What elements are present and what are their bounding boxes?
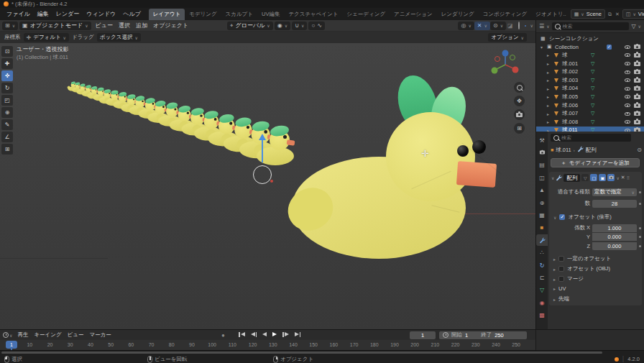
workspace-tab[interactable]: レイアウト [149,9,185,20]
shading-solid-button[interactable] [522,25,523,27]
viewport-menu-追加[interactable]: 追加 [133,22,150,29]
timeline-menu-マーカー[interactable]: マーカー [86,331,114,339]
frame-range-fields[interactable]: 開始 1 終了 250 [439,331,527,339]
overlays-dropdown[interactable]: ⊙∨ [490,22,506,30]
modifier-realtime-toggle[interactable]: ▣ [599,174,606,181]
workspace-tab[interactable]: テクスチャペイント [284,9,342,20]
move-gizmo-center[interactable] [253,165,272,184]
animate-dot[interactable] [639,227,641,229]
move-gizmo-z-axis[interactable] [262,140,263,162]
factor-y-field[interactable]: 0.000 [592,233,637,241]
outliner-row-球.006[interactable]: ▸球.006▽ [536,101,644,110]
move-tool-button[interactable]: ✜ [1,70,13,81]
timeline-ruler[interactable]: 1 10203040506070809010011012013014015016… [0,340,535,351]
breadcrumb-object[interactable]: 球.011 [556,147,571,154]
timeline-menu-キーイング[interactable]: キーイング [31,331,64,339]
proportional-edit-dropdown[interactable]: ○∿ [308,22,325,30]
breadcrumb-modifier[interactable]: 配列 [586,147,597,154]
properties-tab-output[interactable]: ▤ [536,160,548,171]
hide-eye-icon[interactable] [625,53,630,57]
modifier-editmode-toggle[interactable]: ▢ [590,174,597,181]
gizmos-dropdown[interactable]: ✕∨ [474,22,490,30]
modifier-name-field[interactable]: 配列 [564,174,580,182]
pan-button[interactable]: ✥ [514,96,525,106]
properties-tab-collection[interactable]: ▦ [536,209,548,221]
modifier-section-UV[interactable]: ▸UV [553,285,566,292]
properties-tab-view-layer[interactable]: ◫ [536,172,548,183]
disable-render-icon[interactable] [634,70,640,74]
viewlayer-selector[interactable]: ◫ ∨ ViewLayer [622,9,644,19]
relative-offset-section[interactable]: ∨ ✓ オフセット (倍率) [553,213,612,221]
play-button[interactable] [271,331,278,337]
snap-dropdown[interactable]: ∪∨ [292,22,307,30]
properties-tab-render[interactable] [536,147,548,158]
properties-tab-constraints[interactable]: ⊏ [536,272,548,283]
timeline-editor-icon[interactable] [3,332,9,338]
jump-to-start-button[interactable] [237,331,247,338]
hide-eye-icon[interactable] [625,112,630,116]
disable-render-icon[interactable] [634,53,640,58]
collection-checkbox[interactable]: ✓ [607,45,612,50]
viewport-3d[interactable]: ✛ ⊡✚✜↻◰⊕✎∠⊞ ユーザー・透視投影 (1) Collection | 球… [0,43,535,329]
tool-drag-dropdown[interactable]: ボックス選択 ∨ [97,33,141,42]
modifier-extras-dropdown[interactable]: ∨ [616,175,619,180]
xray-toggle[interactable]: ◪ [507,22,513,29]
new-scene-button[interactable]: ⧉ [607,12,612,17]
shading-dropdown[interactable]: ∨ [530,23,533,28]
remove-scene-button[interactable]: ✕ [615,12,620,17]
workspace-tab[interactable]: ジオメトリ.. [531,9,571,20]
outliner-row-球.005[interactable]: ▸球.005▽ [536,93,644,101]
modifier-section-一定のオフセット[interactable]: ▸一定のオフセット [553,255,611,262]
hide-eye-icon[interactable] [625,45,630,49]
shading-wireframe-button[interactable] [518,22,520,29]
tool-orientation-dropdown[interactable]: ✛ デフォルト ∨ [24,33,70,42]
start-value[interactable]: 1 [465,332,468,339]
disable-render-icon[interactable] [634,104,640,108]
disable-render-icon[interactable] [634,111,640,116]
animate-dot[interactable] [639,203,641,205]
outliner-row-球.007[interactable]: ▸球.007▽ [536,109,644,118]
outliner-search-input[interactable]: 検索 [552,22,630,30]
move-gizmo-x-handle[interactable] [270,180,273,183]
array-duck-object[interactable] [254,125,300,167]
viewport-menu-オブジェクト[interactable]: オブジェクト [150,22,191,29]
workspace-tab[interactable]: レンダリング [437,9,479,20]
modifier-section-先端[interactable]: ▸先端 [553,295,569,303]
workspace-tab[interactable]: シェーディング [343,9,390,20]
outliner-row-球[interactable]: ▸球▽ [536,51,644,60]
outliner-display-mode[interactable]: ☰ [539,23,544,29]
hide-eye-icon[interactable] [625,70,630,74]
animate-dot[interactable] [639,245,641,247]
properties-tab-material[interactable]: ◉ [536,297,548,308]
hide-eye-icon[interactable] [625,120,630,124]
outliner-row-球.001[interactable]: ▸球.001▽ [536,60,644,68]
play-reverse-button[interactable] [261,331,268,337]
disable-render-icon[interactable] [634,78,640,83]
count-field[interactable]: 28 [592,200,637,208]
timeline-menu-再生[interactable]: 再生 [14,331,31,339]
outliner-row-Collection[interactable]: ▾▣Collection✓ [536,43,644,52]
factor-z-field[interactable]: 0.000 [592,242,637,250]
topbar-menu-レンダー[interactable]: レンダー [52,9,83,19]
select-box-tool-button[interactable]: ⊡ [1,46,13,57]
auto-key-button[interactable]: ● [221,332,225,339]
cursor-tool-button[interactable]: ✚ [1,58,13,69]
hide-eye-icon[interactable] [625,95,630,98]
rotate-tool-button[interactable]: ↻ [1,83,13,93]
properties-search-input[interactable]: 検索 [551,134,631,142]
viewport-menu-ビュー[interactable]: ビュー [93,22,116,29]
outliner-row-球.008[interactable]: ▸球.008▽ [536,118,644,127]
disable-render-icon[interactable] [634,86,640,91]
drag-handle-icon[interactable]: ⠿ [627,175,630,180]
fit-type-dropdown[interactable]: 定数で指定 ∨ [592,188,637,196]
disable-render-icon[interactable] [634,45,640,49]
outliner-row-シーンコレクション[interactable]: ▦シーンコレクション [536,35,644,43]
measure-tool-button[interactable]: ∠ [1,132,13,142]
workspace-tab[interactable]: アニメーション [390,9,437,20]
move-gizmo-z-arrowhead[interactable] [259,134,266,140]
current-frame-field[interactable]: 1 [410,331,436,339]
relative-offset-checkbox[interactable]: ✓ [559,214,565,220]
outliner-row-球.002[interactable]: ▸球.002▽ [536,68,644,76]
camera-view-button[interactable] [514,109,525,120]
topbar-menu-ウィンドウ[interactable]: ウィンドウ [83,9,119,19]
